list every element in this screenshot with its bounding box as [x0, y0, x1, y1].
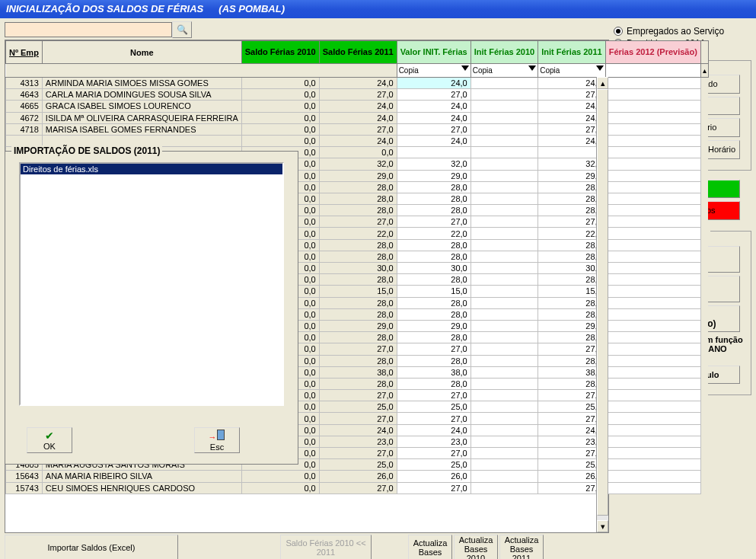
scroll-thumb[interactable]: [597, 89, 608, 516]
cell-init-2011[interactable]: 28,0: [538, 193, 606, 204]
cell-init-2011[interactable]: 28,0: [538, 297, 606, 308]
cell-saldo-2010[interactable]: 0,0: [241, 112, 319, 123]
cell-ferias-2012[interactable]: [605, 101, 700, 112]
cell-init-2010[interactable]: [471, 482, 538, 494]
cell-saldo-2011[interactable]: 15,0: [319, 286, 397, 297]
cell-ferias-2012[interactable]: [605, 112, 700, 123]
cell-init-2011[interactable]: 27,0: [538, 482, 606, 494]
cell-saldo-2011[interactable]: 28,0: [319, 332, 397, 343]
cell-init-2011[interactable]: 24,0: [538, 135, 606, 146]
cell-saldo-2010[interactable]: 0,0: [241, 123, 319, 135]
cell-ferias-2012[interactable]: [605, 436, 700, 447]
cell-init-2010[interactable]: [471, 135, 538, 146]
scroll-up-button[interactable]: ▴: [597, 77, 608, 89]
cell-valor-init[interactable]: 27,0: [397, 448, 471, 459]
cell-init-2011[interactable]: 28,0: [538, 355, 606, 366]
cell-saldo-2011[interactable]: 30,0: [319, 263, 397, 274]
cell-init-2011[interactable]: 30,0: [538, 263, 606, 274]
cell-saldo-2011[interactable]: 38,0: [319, 366, 397, 378]
cell-valor-init[interactable]: 28,0: [397, 308, 471, 320]
cell-ferias-2012[interactable]: [605, 448, 700, 459]
cell-emp[interactable]: 4672: [6, 112, 43, 123]
cell-ferias-2012[interactable]: [605, 482, 700, 494]
cell-saldo-2010[interactable]: 0,0: [241, 101, 319, 112]
cell-valor-init[interactable]: 29,0: [397, 170, 471, 181]
cell-saldo-2011[interactable]: 27,0: [319, 216, 397, 228]
cell-ferias-2012[interactable]: [605, 366, 700, 378]
cell-saldo-2011[interactable]: 27,0: [319, 123, 397, 135]
cell-saldo-2010[interactable]: 0,0: [241, 471, 319, 482]
cell-nome[interactable]: ARMINDA MARIA SIMOES MISSA GOMES: [42, 78, 241, 89]
search-input[interactable]: [5, 22, 172, 37]
cell-init-2011[interactable]: 27,0: [538, 123, 606, 135]
cell-init-2010[interactable]: [471, 343, 538, 355]
cell-saldo-2011[interactable]: 28,0: [319, 181, 397, 193]
cell-ferias-2012[interactable]: [605, 193, 700, 204]
cell-init-2010[interactable]: [471, 170, 538, 181]
cell-ferias-2012[interactable]: [605, 170, 700, 181]
cell-init-2011[interactable]: 27,0: [538, 216, 606, 228]
cell-valor-init[interactable]: 23,0: [397, 436, 471, 447]
cell-saldo-2011[interactable]: 28,0: [319, 205, 397, 216]
cell-valor-init[interactable]: 27,0: [397, 216, 471, 228]
cell-init-2011[interactable]: 29,0: [538, 320, 606, 331]
cell-init-2010[interactable]: [471, 89, 538, 101]
cell-ferias-2012[interactable]: [605, 89, 700, 101]
cell-emp[interactable]: 4718: [6, 123, 43, 135]
cell-ferias-2012[interactable]: [605, 78, 700, 89]
cell-saldo-2011[interactable]: 29,0: [319, 170, 397, 181]
cell-ferias-2012[interactable]: [605, 205, 700, 216]
cell-ferias-2012[interactable]: [605, 216, 700, 228]
cell-init-2011[interactable]: 28,0: [538, 378, 606, 389]
cell-valor-init[interactable]: 28,0: [397, 355, 471, 366]
cell-saldo-2011[interactable]: 25,0: [319, 401, 397, 413]
cell-init-2011[interactable]: 28,0: [538, 239, 606, 251]
cell-init-2010[interactable]: [471, 181, 538, 193]
cell-init-2010[interactable]: [471, 308, 538, 320]
cell-init-2011[interactable]: 24,0: [538, 424, 606, 436]
cell-init-2010[interactable]: [471, 274, 538, 286]
cell-valor-init[interactable]: 24,0: [397, 135, 471, 146]
cell-ferias-2012[interactable]: [605, 181, 700, 193]
cell-valor-init[interactable]: 32,0: [397, 158, 471, 170]
cell-valor-init[interactable]: 25,0: [397, 401, 471, 413]
cell-init-2010[interactable]: [471, 286, 538, 297]
cell-init-2011[interactable]: 28,0: [538, 332, 606, 343]
cell-init-2010[interactable]: [471, 390, 538, 401]
cell-valor-init[interactable]: 30,0: [397, 263, 471, 274]
cell-valor-init[interactable]: 28,0: [397, 193, 471, 204]
cell-init-2011[interactable]: 27,0: [538, 448, 606, 459]
cell-init-2011[interactable]: 26,0: [538, 471, 606, 482]
cell-ferias-2012[interactable]: [605, 263, 700, 274]
cell-valor-init[interactable]: 28,0: [397, 332, 471, 343]
cell-init-2010[interactable]: [471, 378, 538, 389]
cell-saldo-2011[interactable]: 28,0: [319, 378, 397, 389]
cell-init-2011[interactable]: 27,0: [538, 343, 606, 355]
actualiza-bases-2011-button[interactable]: Actualiza Bases 2011: [499, 535, 544, 559]
cell-ferias-2012[interactable]: [605, 274, 700, 286]
file-list-item[interactable]: Direitos de férias.xls: [21, 164, 282, 174]
cell-saldo-2011[interactable]: 27,0: [319, 390, 397, 401]
cell-init-2011[interactable]: 38,0: [538, 366, 606, 378]
cell-saldo-2010[interactable]: 0,0: [241, 135, 319, 146]
cell-saldo-2011[interactable]: 28,0: [319, 297, 397, 308]
scroll-up[interactable]: ▴: [700, 64, 708, 78]
cell-ferias-2012[interactable]: [605, 343, 700, 355]
cell-valor-init[interactable]: 28,0: [397, 205, 471, 216]
cell-saldo-2011[interactable]: 27,0: [319, 413, 397, 424]
cell-init-2011[interactable]: 29,0: [538, 170, 606, 181]
cell-valor-init[interactable]: 24,0: [397, 112, 471, 123]
copia-dropdown-2010[interactable]: Copia: [471, 64, 538, 78]
cell-emp[interactable]: 4313: [6, 78, 43, 89]
cell-valor-init[interactable]: 24,0: [397, 424, 471, 436]
cell-saldo-2011[interactable]: 26,0: [319, 471, 397, 482]
cell-emp[interactable]: 15643: [6, 471, 43, 482]
cell-init-2010[interactable]: [471, 366, 538, 378]
col-nome[interactable]: Nome: [42, 41, 241, 64]
cell-init-2011[interactable]: 28,0: [538, 251, 606, 262]
col-init-2011[interactable]: Init Férias 2011: [538, 41, 606, 64]
cell-saldo-2011[interactable]: 32,0: [319, 158, 397, 170]
cell-nome[interactable]: MARISA ISABEL GOMES FERNANDES: [42, 123, 241, 135]
cell-init-2011[interactable]: 28,0: [538, 205, 606, 216]
copia-dropdown-valinit[interactable]: Copia: [397, 64, 471, 78]
